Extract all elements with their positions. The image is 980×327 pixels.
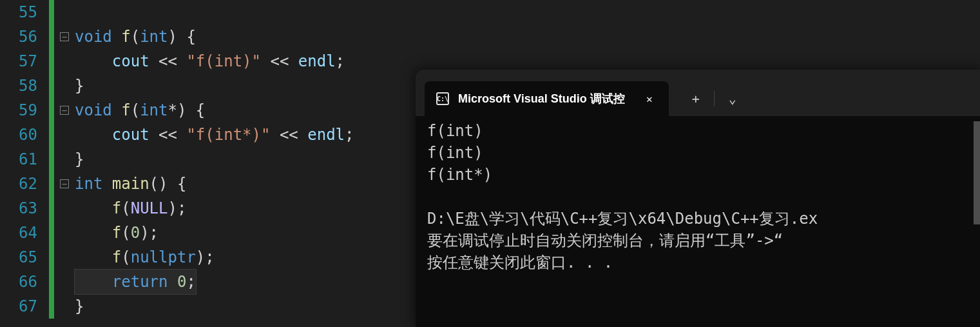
code-line[interactable]: 55 [0, 0, 980, 25]
fold-gutter[interactable]: − [54, 106, 75, 115]
change-bar [49, 0, 54, 25]
fold-toggle-icon[interactable]: − [60, 32, 69, 41]
console-tab-title: Microsoft Visual Studio 调试控 [458, 91, 625, 106]
line-number: 66 [0, 270, 49, 294]
change-bar [49, 221, 54, 245]
divider [714, 91, 715, 106]
console-line: f(int*) [427, 164, 971, 186]
line-number: 63 [0, 196, 49, 221]
line-number: 67 [0, 294, 49, 319]
change-bar [49, 196, 54, 221]
line-number: 58 [0, 74, 49, 98]
line-number: 55 [0, 0, 49, 25]
console-output[interactable]: f(int)f(int)f(int*)D:\E盘\学习\代码\C++复习\x64… [416, 116, 980, 277]
fold-gutter[interactable]: − [54, 179, 75, 188]
line-number: 61 [0, 147, 49, 172]
line-number: 59 [0, 98, 49, 123]
console-titlebar[interactable]: C:\ Microsoft Visual Studio 调试控 ✕ + ⌄ [416, 70, 980, 116]
line-number: 56 [0, 25, 49, 49]
fold-toggle-icon[interactable]: − [60, 179, 69, 188]
fold-gutter[interactable]: − [54, 32, 75, 41]
console-line: f(int) [427, 142, 971, 164]
code-content[interactable]: cout << "f(int*)" << endl; [75, 123, 354, 147]
code-content[interactable]: } [75, 147, 84, 172]
console-line: 按任意键关闭此窗口. . . [427, 252, 971, 273]
console-tab-actions: + ⌄ [682, 84, 747, 113]
code-content[interactable]: return 0; [75, 270, 196, 294]
code-content[interactable]: void f(int*) { [75, 98, 205, 123]
code-content[interactable]: cout << "f(int)" << endl; [75, 49, 345, 74]
change-bar [49, 172, 54, 196]
line-number: 60 [0, 123, 49, 147]
change-bar [49, 294, 54, 319]
code-content[interactable]: f(nullptr); [75, 245, 215, 270]
code-content[interactable]: int main() { [75, 172, 186, 196]
close-tab-button[interactable]: ✕ [642, 91, 657, 106]
tab-dropdown-button[interactable]: ⌄ [718, 84, 747, 113]
console-line: D:\E盘\学习\代码\C++复习\x64\Debug\C++复习.ex [427, 208, 971, 230]
change-bar [49, 98, 54, 123]
change-bar [49, 270, 54, 294]
line-number: 62 [0, 172, 49, 196]
change-bar [49, 147, 54, 172]
debug-console-window: C:\ Microsoft Visual Studio 调试控 ✕ + ⌄ f(… [416, 70, 980, 327]
line-number: 65 [0, 245, 49, 270]
change-bar [49, 245, 54, 270]
line-number: 57 [0, 49, 49, 74]
code-content[interactable]: } [75, 294, 84, 319]
console-tab[interactable]: C:\ Microsoft Visual Studio 调试控 ✕ [425, 81, 669, 116]
change-bar [49, 25, 54, 49]
code-content[interactable]: f(0); [75, 221, 159, 245]
line-number: 64 [0, 221, 49, 245]
code-content[interactable]: f(NULL); [75, 196, 186, 221]
code-line[interactable]: 56−void f(int) { [0, 25, 980, 49]
scrollbar-thumb[interactable] [974, 121, 980, 224]
code-content[interactable]: void f(int) { [75, 25, 196, 49]
terminal-icon: C:\ [436, 92, 449, 105]
console-line: f(int) [427, 120, 971, 142]
change-bar [49, 49, 54, 74]
change-bar [49, 123, 54, 147]
console-line [427, 186, 971, 208]
fold-toggle-icon[interactable]: − [60, 106, 69, 115]
code-content[interactable]: } [75, 74, 84, 98]
new-tab-button[interactable]: + [682, 84, 710, 113]
console-line: 要在调试停止时自动关闭控制台，请启用“工具”->“ [427, 230, 971, 252]
change-bar [49, 74, 54, 98]
